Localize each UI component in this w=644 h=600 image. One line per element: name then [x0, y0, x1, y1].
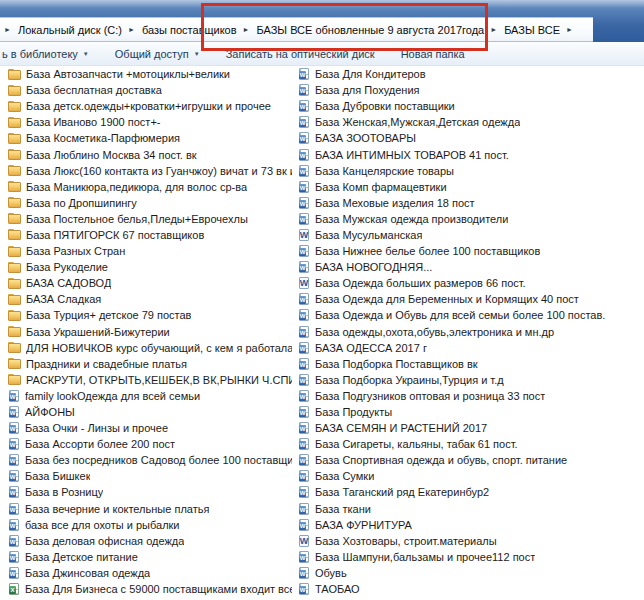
list-item-label: База ПЯТИГОРСК 67 поставщиков [26, 229, 204, 241]
toolbar-button[interactable]: ь в библиотеку▼ [0, 42, 99, 65]
list-item[interactable]: База Мусульманская [298, 227, 644, 243]
list-item-label: База Люблино Москва 34 пост. вк [26, 149, 197, 161]
folder-icon [8, 310, 21, 322]
list-item[interactable]: База Женская,Мужская,Детская одежда [298, 114, 644, 130]
list-item[interactable]: База Хозтовары, строит.материалы [298, 533, 644, 549]
list-item[interactable]: База Одежда для Беременных и Кормящих 40… [298, 291, 644, 307]
list-item[interactable]: База Детское питание [8, 549, 292, 565]
list-item[interactable]: База Подгузников оптовая и розница 33 по… [298, 388, 644, 404]
breadcrumb-item[interactable]: БАЗЫ ВСЕ [502, 24, 562, 36]
word-doc-icon [298, 84, 310, 96]
list-item-label: База без посредников Садовод более 100 п… [25, 454, 292, 466]
list-item[interactable]: База Нижнее белье более 100 поставщиков [298, 243, 644, 259]
list-item[interactable]: База Сигареты, кальяны, табак 61 пост. [298, 436, 644, 452]
list-item[interactable]: База Рукоделие [8, 259, 292, 275]
toolbar-button[interactable]: Записать на оптический диск [224, 42, 385, 65]
list-item[interactable]: База Люблино Москва 34 пост. вк [8, 146, 292, 162]
list-item[interactable]: ТАОБАО [298, 581, 644, 597]
list-item[interactable]: База Продукты [298, 404, 644, 420]
list-item[interactable]: База Маникюра,педикюра, для волос ср-ва [8, 179, 292, 195]
list-item[interactable]: family lookОдежда для всей семьи [8, 388, 292, 404]
list-item[interactable]: База Комп фармацевтики [298, 179, 644, 195]
word-doc-icon [298, 358, 310, 370]
folder-icon [8, 133, 21, 145]
list-item[interactable]: БАЗА СЕМЯН И РАСТЕНИЙ 2017 [298, 420, 644, 436]
list-item[interactable]: Праздники и свадебные платья [8, 356, 292, 372]
list-item[interactable]: База Для Кондитеров [298, 66, 644, 82]
list-item[interactable]: База деловая офисная одежда [8, 533, 292, 549]
list-item[interactable]: База Разных Стран [8, 243, 292, 259]
list-item[interactable]: База Дубровки поставщики [298, 98, 644, 114]
list-item[interactable]: База Постельное белья,Пледы+Еврочехлы [8, 211, 292, 227]
list-item[interactable]: База Турция+ детское 79 постав [8, 307, 292, 323]
list-item[interactable]: База по Дропшипингу [8, 195, 292, 211]
list-item[interactable]: База без посредников Садовод более 100 п… [8, 452, 292, 468]
list-item-label: База Для Бизнеса с 59000 поставщиками вх… [25, 583, 292, 595]
toolbar-button[interactable]: Общий доступ▼ [113, 42, 210, 65]
address-breadcrumb-bar[interactable]: ►Локальный диск (C:)►базы поставщиков►БА… [0, 17, 593, 42]
list-item[interactable]: База Одежда больших размеров 66 пост. [298, 275, 644, 291]
folder-icon [8, 358, 21, 370]
list-item[interactable]: База ПЯТИГОРСК 67 поставщиков [8, 227, 292, 243]
breadcrumb-arrow-icon: ► [124, 26, 140, 33]
list-item[interactable]: База Меховые изделия 18 пост [298, 195, 644, 211]
list-item[interactable]: База Украшений-Бижутерии [8, 324, 292, 340]
list-item[interactable]: База Бишкек [8, 468, 292, 484]
list-item[interactable]: БАЗА НОВОГОДНЯЯ... [298, 259, 644, 275]
list-item[interactable]: База одежды,охота,обувь,электроника и мн… [298, 324, 644, 340]
list-item[interactable]: БАЗА ФУРНИТУРА [298, 517, 644, 533]
list-item[interactable]: База Одежда и Обувь для всей семьи более… [298, 307, 644, 323]
word-doc-icon [298, 583, 310, 595]
list-item[interactable]: БАЗА ОДЕССА 2017 г [298, 340, 644, 356]
list-item[interactable]: База бесплатная доставка [8, 82, 292, 98]
list-item-label: БАЗА ЗООТОВАРЫ [315, 132, 416, 144]
list-item[interactable]: База Косметика-Парфюмерия [8, 130, 292, 146]
excel-doc-icon [8, 583, 20, 595]
command-toolbar: ь в библиотеку▼Общий доступ▼Записать на … [0, 42, 644, 66]
list-item[interactable]: БАЗА ИНТИМНЫХ ТОВАРОВ 41 пост. [298, 146, 644, 162]
list-item[interactable]: База Иваново 1900 пост+- [8, 114, 292, 130]
toolbar-button[interactable]: Новая папка [399, 42, 475, 65]
list-item[interactable]: База детск.одежды+кроватки+игрушки и про… [8, 98, 292, 114]
list-item[interactable]: База Очки - Линзы и прочее [8, 420, 292, 436]
list-item-label: База Турция+ детское 79 постав [26, 309, 191, 321]
list-item[interactable]: База Канцелярские товары [298, 163, 644, 179]
list-item[interactable]: БАЗА ЗООТОВАРЫ [298, 130, 644, 146]
list-item[interactable]: База в Розницу [8, 484, 292, 500]
list-item[interactable]: ДЛЯ НОВИЧКОВ курс обучающий, с кем я раб… [8, 340, 292, 356]
list-item[interactable]: БАЗА САДОВОД [8, 275, 292, 291]
list-item[interactable]: База ткани [298, 501, 644, 517]
list-item[interactable]: База Шампуни,бальзамы и прочее112 пост [298, 549, 644, 565]
word-doc-icon [298, 261, 310, 273]
list-item[interactable]: База Мужская одежда производители [298, 211, 644, 227]
folder-icon [8, 246, 21, 258]
folder-icon [8, 326, 21, 338]
word-doc-icon [298, 438, 310, 450]
list-item[interactable]: База для Похудения [298, 82, 644, 98]
list-item-label: База вечерние и коктельные платья [25, 503, 209, 515]
list-item[interactable]: АЙФОНЫ [8, 404, 292, 420]
breadcrumb-item[interactable]: Локальный диск (C:) [16, 24, 124, 36]
breadcrumb-item[interactable]: БАЗЫ ВСЕ обновленные 9 августа 2017года [255, 24, 487, 36]
list-item[interactable]: База Таганский ряд Екатеринбур2 [298, 484, 644, 500]
word-doc-icon [298, 374, 310, 386]
list-item[interactable]: РАСКРУТИ, ОТКРЫТЬ,КЕШБЕК,В ВК,РЫНКИ Ч.СП… [8, 372, 292, 388]
list-item[interactable]: База вечерние и коктельные платья [8, 501, 292, 517]
list-item[interactable]: База Сумки [298, 468, 644, 484]
list-item[interactable]: База Для Бизнеса с 59000 поставщиками вх… [8, 581, 292, 597]
word-doc-icon [8, 567, 20, 579]
list-item[interactable]: База Джинсовая одежда [8, 565, 292, 581]
list-item[interactable]: БАЗА Сладкая [8, 291, 292, 307]
list-item-label: БАЗА ФУРНИТУРА [315, 519, 412, 531]
word-doc-icon [298, 197, 310, 209]
list-item[interactable]: Обувь [298, 565, 644, 581]
list-item[interactable]: База Люкс(160 контакта из Гуанчжоу) вича… [8, 163, 292, 179]
list-item[interactable]: база все для охоты и рыбалки [8, 517, 292, 533]
list-item[interactable]: База Подборка Украины,Турция и т.д [298, 372, 644, 388]
list-item[interactable]: База Подборка Поставщиков вк [298, 356, 644, 372]
breadcrumb-item[interactable]: базы поставщиков [140, 24, 239, 36]
list-item[interactable]: База Автозапчасти +мотоциклы+велики [8, 66, 292, 82]
list-item[interactable]: База Ассорти более 200 пост [8, 436, 292, 452]
list-item[interactable]: База Спортивная одежда и обувь, спорт. п… [298, 452, 644, 468]
list-item-label: База Нижнее белье более 100 поставщиков [315, 245, 540, 257]
